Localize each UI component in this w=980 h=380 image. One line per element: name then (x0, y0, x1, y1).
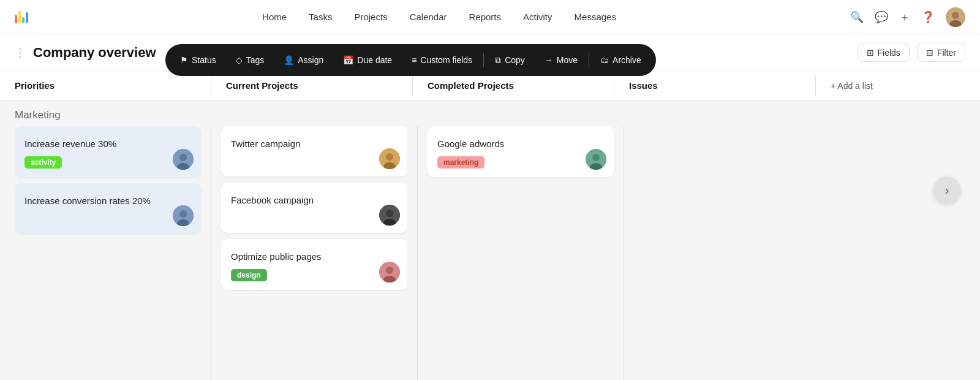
toolbar-customfields-label: Custom fields (420, 55, 472, 65)
add-list-button[interactable]: + Add a list (826, 78, 878, 93)
user-avatar[interactable] (946, 7, 965, 27)
svg-point-7 (179, 210, 187, 218)
nav-messages[interactable]: Messages (575, 12, 616, 22)
card-tag: activity (24, 156, 62, 169)
card-tag: design (231, 269, 267, 281)
card-title: Facebook campaign (231, 194, 398, 207)
col-divider-3 (614, 76, 614, 96)
card-title: Twitter campaign (231, 137, 398, 150)
nav-calendar[interactable]: Calendar (410, 12, 447, 22)
nav-projects[interactable]: Projects (354, 12, 387, 22)
toolbar-duedate[interactable]: 📅 Due date (333, 44, 402, 76)
col-separator-1 (211, 126, 211, 380)
toolbar-assign[interactable]: 👤 Assign (274, 44, 333, 76)
card-footer: marketing (437, 156, 604, 169)
toolbar-separator-2 (589, 53, 589, 67)
svg-point-13 (386, 210, 393, 217)
duedate-icon: 📅 (343, 55, 353, 65)
col-divider-1 (211, 76, 211, 96)
fields-button[interactable]: ⊞ Fields (858, 44, 910, 62)
svg-point-1 (952, 12, 959, 19)
current-projects-column: Twitter campaign Facebook campaign (221, 126, 417, 380)
current-card-2[interactable]: Facebook campaign (221, 183, 407, 233)
main-content: Marketing Increase revenue 30% activity (0, 101, 980, 380)
svg-point-16 (386, 267, 393, 274)
card-title: Increase conversion rates 20% (24, 194, 191, 207)
nav-activity[interactable]: Activity (523, 12, 552, 22)
nav-reports[interactable]: Reports (469, 12, 502, 22)
svg-point-4 (179, 154, 187, 161)
toolbar-duedate-label: Due date (357, 55, 392, 65)
toolbar-status-label: Status (192, 55, 216, 65)
fields-label: Fields (878, 48, 900, 58)
chat-icon[interactable]: 💬 (875, 10, 888, 24)
svg-point-19 (592, 154, 600, 161)
card-avatar (379, 205, 400, 226)
copy-icon: ⧉ (495, 55, 501, 66)
assign-icon: 👤 (284, 55, 294, 65)
card-tag: marketing (437, 156, 484, 169)
svg-point-10 (386, 153, 393, 161)
drag-handle-icon[interactable]: ⋮ (15, 46, 26, 59)
issues-column (634, 126, 830, 380)
header-actions: ⊞ Fields ⊟ Filter (858, 44, 965, 62)
top-navigation: Home Tasks Projects Calendar Reports Act… (0, 0, 980, 34)
filter-button[interactable]: ⊟ Filter (917, 44, 965, 62)
current-card-3[interactable]: Optimize public pages design (221, 239, 407, 290)
col-header-current: Current Projects (226, 80, 412, 91)
toolbar-archive[interactable]: 🗂 Archive (590, 44, 651, 76)
card-title: Increase revenue 30% (24, 137, 191, 150)
toolbar-tags-label: Tags (246, 55, 265, 65)
col-header-issues: Issues (629, 80, 815, 91)
completed-card-1[interactable]: Google adwords marketing (428, 126, 614, 177)
card-avatar (173, 205, 194, 226)
plus-icon[interactable]: ＋ (899, 10, 910, 25)
card-avatar (173, 149, 194, 170)
page-title: Company overview (33, 45, 156, 61)
move-icon: → (545, 55, 553, 65)
card-footer: design (231, 269, 398, 281)
status-icon: ⚑ (180, 55, 188, 65)
toolbar-move-label: Move (557, 55, 578, 65)
card-avatar (379, 148, 400, 169)
toolbar-copy[interactable]: ⧉ Copy (485, 44, 535, 76)
card-avatar (379, 262, 400, 283)
nav-home[interactable]: Home (262, 12, 287, 22)
tags-icon: ◇ (236, 55, 243, 65)
logo[interactable] (15, 11, 28, 23)
toolbar-move[interactable]: → Move (535, 44, 587, 76)
current-card-1[interactable]: Twitter campaign (221, 126, 407, 177)
section-label: Marketing (0, 101, 980, 126)
search-icon[interactable]: 🔍 (850, 10, 864, 24)
card-footer: activity (24, 156, 191, 169)
nav-links: Home Tasks Projects Calendar Reports Act… (28, 12, 850, 22)
archive-icon: 🗂 (600, 55, 609, 65)
scroll-right-button[interactable]: › (933, 177, 960, 203)
card-avatar (586, 149, 606, 170)
toolbar-copy-label: Copy (505, 55, 525, 65)
card-title: Google adwords (437, 137, 604, 150)
col-header-completed: Completed Projects (428, 80, 614, 91)
boards-row: Increase revenue 30% activity Increase c… (0, 126, 980, 380)
col-separator-3 (624, 126, 624, 380)
toolbar-customfields[interactable]: ≡ Custom fields (402, 44, 482, 76)
toolbar-status[interactable]: ⚑ Status (170, 44, 226, 76)
toolbar-pill: ⚑ Status ◇ Tags 👤 Assign 📅 Due date ≡ Cu… (165, 44, 656, 76)
nav-icon-group: 🔍 💬 ＋ ❓ (850, 7, 965, 27)
completed-projects-column: Google adwords marketing (428, 126, 624, 380)
toolbar-separator-1 (483, 53, 484, 67)
col-header-priorities: Priorities (15, 80, 211, 91)
priority-card-1[interactable]: Increase revenue 30% activity (15, 126, 201, 177)
toolbar-tags[interactable]: ◇ Tags (226, 44, 274, 76)
priorities-column: Increase revenue 30% activity Increase c… (15, 126, 211, 380)
toolbar-assign-label: Assign (298, 55, 323, 65)
filter-icon: ⊟ (926, 48, 933, 58)
toolbar-archive-label: Archive (612, 55, 641, 65)
nav-tasks[interactable]: Tasks (309, 12, 332, 22)
card-title: Optimize public pages (231, 250, 398, 263)
help-icon[interactable]: ❓ (921, 10, 935, 24)
priority-card-2[interactable]: Increase conversion rates 20% (15, 183, 201, 234)
col-divider-2 (412, 76, 413, 96)
customfields-icon: ≡ (412, 55, 417, 65)
filter-label: Filter (937, 48, 956, 58)
